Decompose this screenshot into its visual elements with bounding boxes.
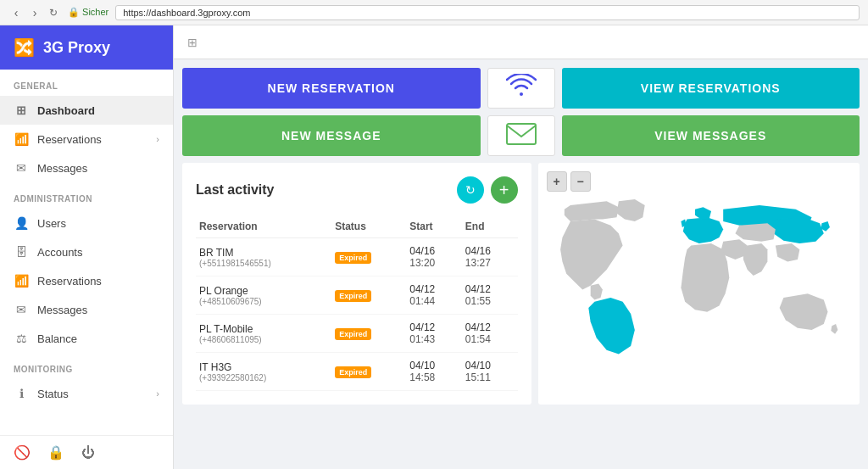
- wifi-icon: 📶: [14, 274, 29, 288]
- forward-button[interactable]: ›: [27, 5, 42, 20]
- cell-status: Expired: [331, 353, 406, 391]
- cell-end: 04/1015:11: [462, 353, 518, 391]
- phone-number: (+393922580162): [199, 373, 328, 382]
- new-message-button[interactable]: NEW MESSAGE: [182, 115, 481, 156]
- power-icon[interactable]: ⏻: [81, 445, 95, 461]
- phone-number: (+48606811095): [199, 335, 328, 344]
- wifi-button[interactable]: [487, 68, 555, 109]
- sidebar-item-label: Accounts: [37, 246, 82, 259]
- status-badge: Expired: [335, 252, 371, 264]
- table-row: PL T-Mobile (+48606811095) Expired 04/12…: [196, 315, 518, 353]
- status-badge: Expired: [335, 366, 371, 378]
- wifi-icon: [506, 74, 537, 103]
- app-container: 🔀 3G Proxy GENERAL ⊞ Dashboard 📶 Reserva…: [0, 25, 868, 469]
- cell-reservation: IT H3G (+393922580162): [196, 353, 331, 391]
- url-bar[interactable]: https://dashboard.3gproxy.com: [115, 5, 860, 20]
- main-content: NEW RESERVATION VIEW RESERVATIONS NE: [174, 59, 868, 469]
- info-icon: ℹ: [14, 387, 29, 400]
- cell-end: 04/1201:55: [462, 276, 518, 315]
- logo-icon: 🔀: [14, 37, 35, 58]
- panel-title: Last activity: [196, 182, 274, 198]
- sidebar-item-messages-general[interactable]: ✉ Messages: [0, 154, 173, 182]
- sidebar-item-label: Balance: [37, 332, 77, 345]
- view-reservations-button[interactable]: VIEW RESERVATIONS: [562, 68, 860, 109]
- browser-chrome: ‹ › ↻ 🔒 Sicher https://dashboard.3gproxy…: [0, 0, 868, 25]
- sidebar-item-users[interactable]: 👤 Users: [0, 209, 173, 237]
- sidebar-item-label: Messages: [37, 162, 87, 175]
- cell-start: 04/1201:44: [406, 276, 462, 315]
- sidebar-item-label: Status: [37, 388, 69, 400]
- cell-status: Expired: [331, 238, 406, 276]
- sidebar-item-label: Dashboard: [37, 104, 95, 117]
- sidebar-item-label: Reservations: [37, 133, 102, 146]
- sidebar-item-label: Users: [37, 217, 66, 230]
- table-row: BR TIM (+5511981546551) Expired 04/1613:…: [196, 238, 518, 276]
- section-label-admin: ADMINISTRATION: [0, 182, 173, 209]
- activity-table: Reservation Status Start End BR TIM (+55…: [196, 215, 518, 391]
- cell-start: 04/1014:58: [406, 353, 462, 391]
- new-reservation-button[interactable]: NEW RESERVATION: [182, 68, 481, 109]
- bottom-row: Last activity ↻ + Reservation Status Sta…: [182, 163, 860, 405]
- phone-number: (+48510609675): [199, 297, 328, 306]
- last-activity-panel: Last activity ↻ + Reservation Status Sta…: [182, 163, 531, 405]
- cell-start: 04/1613:20: [406, 238, 462, 276]
- mail-icon: ✉: [14, 303, 29, 316]
- cell-end: 04/1201:54: [462, 315, 518, 353]
- grid-icon: ⊞: [14, 103, 29, 117]
- cell-status: Expired: [331, 276, 406, 315]
- lock-icon[interactable]: 🔒: [47, 444, 64, 461]
- world-map: [538, 163, 860, 405]
- cell-status: Expired: [331, 315, 406, 353]
- col-end: End: [462, 215, 518, 238]
- add-activity-button[interactable]: +: [491, 176, 518, 204]
- section-label-monitoring: MONITORING: [0, 353, 173, 379]
- sidebar-item-label: Reservations: [37, 275, 102, 288]
- sidebar-item-dashboard[interactable]: ⊞ Dashboard: [0, 96, 173, 125]
- mail-icon: ✉: [14, 161, 29, 175]
- envelope-icon: [506, 122, 537, 150]
- table-row: IT H3G (+393922580162) Expired 04/1014:5…: [196, 353, 518, 391]
- status-badge: Expired: [335, 328, 371, 340]
- cell-reservation: PL T-Mobile (+48606811095): [196, 315, 331, 353]
- logo-text: 3G Proxy: [43, 39, 110, 57]
- sidebar-item-reservations-admin[interactable]: 📶 Reservations: [0, 266, 173, 295]
- person-icon: 👤: [14, 216, 29, 230]
- section-label-general: GENERAL: [0, 70, 173, 96]
- sidebar-item-messages-admin[interactable]: ✉ Messages: [0, 295, 173, 324]
- cell-reservation: PL Orange (+48510609675): [196, 276, 331, 315]
- map-zoom-in-button[interactable]: +: [547, 171, 567, 192]
- chevron-right-icon: ›: [156, 134, 159, 144]
- sidebar-item-balance[interactable]: ⚖ Balance: [0, 324, 173, 353]
- status-badge: Expired: [335, 290, 371, 302]
- view-messages-button[interactable]: VIEW MESSAGES: [562, 115, 860, 156]
- sidebar-item-reservations-general[interactable]: 📶 Reservations ›: [0, 125, 173, 154]
- cell-start: 04/1201:43: [406, 315, 462, 353]
- refresh-button[interactable]: ↻: [46, 5, 61, 20]
- sidebar-item-status[interactable]: ℹ Status ›: [0, 379, 173, 408]
- map-zoom-out-button[interactable]: −: [570, 171, 591, 192]
- sidebar-footer: 🚫 🔒 ⏻: [0, 435, 173, 469]
- table-row: PL Orange (+48510609675) Expired 04/1201…: [196, 276, 518, 315]
- sidebar-item-accounts[interactable]: 🗄 Accounts: [0, 237, 173, 266]
- sidebar-logo: 🔀 3G Proxy: [0, 25, 173, 70]
- col-status: Status: [331, 215, 406, 238]
- refresh-activity-button[interactable]: ↻: [457, 176, 484, 204]
- secure-badge: 🔒 Sicher: [68, 7, 108, 18]
- back-button[interactable]: ‹: [8, 5, 24, 20]
- sidebar-item-label: Messages: [37, 304, 87, 316]
- sidebar: 🔀 3G Proxy GENERAL ⊞ Dashboard 📶 Reserva…: [0, 25, 174, 469]
- top-bar: ⊞: [174, 25, 868, 59]
- expand-icon: ⊞: [187, 36, 198, 49]
- map-controls: + −: [547, 171, 591, 192]
- panel-actions: ↻ +: [457, 176, 518, 204]
- svg-rect-0: [507, 124, 536, 144]
- no-sign-icon[interactable]: 🚫: [14, 444, 31, 461]
- panel-header: Last activity ↻ +: [196, 176, 518, 204]
- col-reservation: Reservation: [196, 215, 331, 238]
- envelope-button[interactable]: [487, 115, 555, 156]
- chevron-right-icon: ›: [156, 388, 159, 399]
- cell-end: 04/1613:27: [462, 238, 518, 276]
- col-start: Start: [406, 215, 462, 238]
- nav-buttons: ‹ › ↻: [8, 5, 61, 20]
- account-icon: 🗄: [14, 245, 29, 259]
